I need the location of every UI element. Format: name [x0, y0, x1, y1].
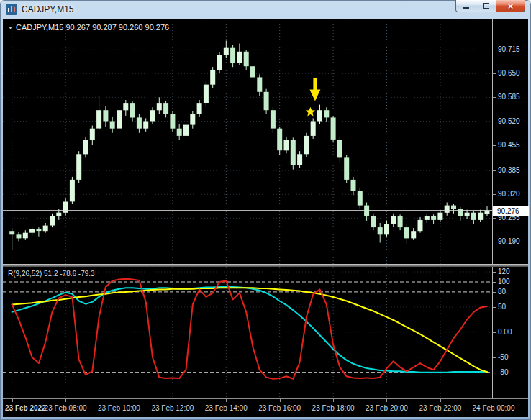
time-label: 23 Feb 22:00	[419, 404, 461, 412]
price-tick-mark	[493, 218, 496, 219]
time-tick-mark	[440, 399, 441, 402]
indicator-tick-mark	[493, 332, 496, 333]
price-axis[interactable]: 90.276 90.71590.65090.58590.52090.45590.…	[492, 19, 528, 398]
time-label: 23 Feb 16:00	[258, 404, 301, 412]
time-axis[interactable]: 23 Feb 202223 Feb 08:0023 Feb 10:0023 Fe…	[3, 398, 528, 417]
window-title: CADJPY,M15	[22, 4, 73, 14]
indicator-tick-mark	[493, 357, 496, 358]
restore-button[interactable]	[476, 0, 496, 12]
chart-client-area: ▼ CADJPY,M15 90.267 90.287 90.260 90.276…	[3, 19, 528, 417]
close-button[interactable]: ×	[496, 0, 525, 12]
time-label: 23 Feb 18:00	[312, 404, 355, 412]
indicator-tick-mark	[493, 373, 496, 373]
indicator-tick-label: 100	[498, 278, 510, 286]
indicator-tick-label: 120	[498, 268, 510, 275]
candlestick-chart[interactable]	[3, 19, 492, 264]
price-tick-label: 90.650	[498, 69, 520, 77]
star-annotation[interactable]	[306, 107, 315, 117]
time-label: 24 Feb 00:00	[473, 404, 515, 412]
time-tick-mark	[333, 399, 334, 402]
chart-icon	[6, 4, 17, 15]
indicator-tick-label: 80	[498, 288, 506, 296]
pane-separator[interactable]	[3, 264, 528, 267]
price-tick-mark	[493, 194, 496, 195]
indicator-tick-label: 50	[498, 303, 506, 311]
time-tick-mark	[280, 399, 281, 402]
time-label: 23 Feb 20:00	[366, 404, 408, 412]
indicator-tick-mark	[493, 292, 496, 293]
current-price-value: 90.276	[497, 207, 519, 215]
time-tick-mark	[386, 399, 387, 402]
minimize-icon	[463, 7, 469, 9]
indicator-tick-label: -80	[498, 368, 508, 376]
indicator-tick-label: 0.00	[498, 328, 512, 336]
ohlc-readout: ▼ CADJPY,M15 90.267 90.287 90.260 90.276	[8, 23, 169, 32]
time-label: 23 Feb 10:00	[98, 404, 140, 412]
ohlc-text: CADJPY,M15 90.267 90.287 90.260 90.276	[16, 23, 169, 32]
price-tick-mark	[493, 122, 496, 122]
minimize-button[interactable]	[455, 0, 476, 12]
indicator-pane[interactable]	[3, 267, 492, 398]
one-click-arrow-icon[interactable]: ▼	[8, 25, 13, 30]
price-tick-label: 90.715	[498, 45, 520, 53]
title-bar[interactable]: CADJPY,M15 ×	[0, 0, 531, 19]
time-tick-mark	[226, 399, 227, 402]
time-tick-mark	[119, 399, 119, 402]
price-tick-mark	[493, 97, 496, 98]
price-tick-label: 90.385	[498, 166, 520, 174]
window-icon[interactable]	[6, 4, 17, 15]
mt4-chart-window: CADJPY,M15 × ▼ CADJPY,M15 90.267 90.287 …	[0, 0, 531, 420]
restore-icon	[483, 3, 489, 9]
indicator-line-R9	[12, 279, 487, 379]
time-tick-mark	[12, 399, 13, 402]
price-tick-mark	[493, 145, 496, 146]
price-tick-label: 90.585	[498, 93, 520, 101]
time-tick-mark	[65, 399, 66, 402]
window-controls: ×	[455, 0, 525, 12]
time-label: 23 Feb 14:00	[205, 404, 248, 412]
time-tick-mark	[491, 399, 491, 402]
price-tick-label: 90.190	[498, 237, 520, 245]
price-tick-mark	[493, 50, 496, 50]
indicator-tick-mark	[493, 272, 496, 273]
indicator-tick-mark	[493, 282, 496, 283]
indicator-tick-mark	[493, 307, 496, 308]
indicator-levels	[3, 282, 492, 373]
price-tick-label: 90.455	[498, 141, 520, 149]
time-label: 23 Feb 12:00	[151, 404, 194, 412]
time-label: 23 Feb 2022	[5, 404, 46, 412]
time-label: 23 Feb 08:00	[45, 404, 87, 412]
indicator-tick-label: -50	[498, 353, 508, 361]
current-price-box: 90.276	[493, 206, 529, 216]
price-tick-label: 90.320	[498, 190, 520, 198]
price-tick-mark	[493, 242, 496, 242]
price-tick-label: 90.520	[498, 117, 520, 125]
close-icon: ×	[508, 0, 514, 12]
indicator-label: R(9,26,52) 51.2 -78.6 -79.3	[8, 270, 95, 278]
time-tick-mark	[173, 399, 173, 402]
price-tick-mark	[493, 73, 496, 74]
price-tick-mark	[493, 170, 496, 171]
